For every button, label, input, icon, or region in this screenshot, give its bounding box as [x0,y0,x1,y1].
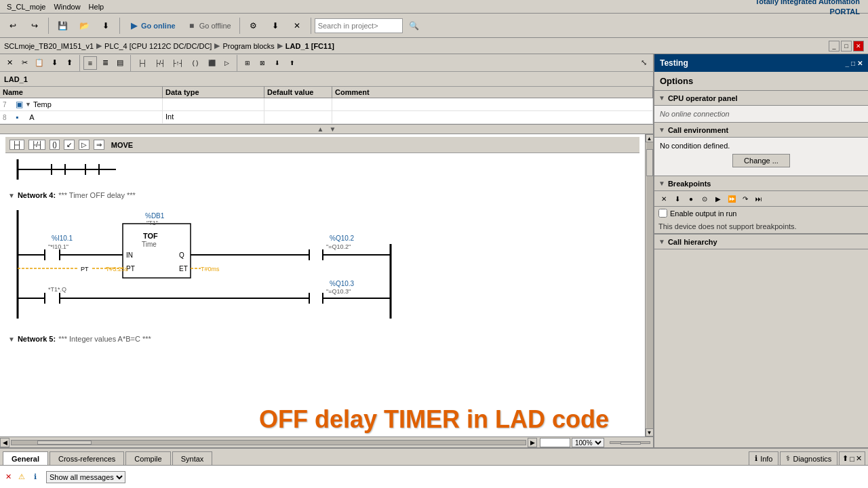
diagnostics-tab[interactable]: ⚕ Diagnostics [780,451,837,465]
tab-general[interactable]: General [3,451,48,465]
menu-window[interactable]: Window [50,1,84,12]
show-messages-select[interactable]: Show all messages [46,471,125,483]
lad-btn-more[interactable]: ⊞ [241,56,254,70]
lad-btn-7[interactable]: ≣ [98,56,112,70]
call-hierarchy-header[interactable]: ▼ Call hierarchy [654,235,868,249]
scroll-down-button[interactable]: ▼ [646,428,654,436]
lad-btn-coil[interactable]: ( ) [187,56,203,70]
menu-scl[interactable]: S_CL_moje [3,1,50,12]
col-datatype: Data type [163,87,264,98]
zoom-input[interactable]: 100% [540,438,570,447]
maximize-button[interactable]: □ [841,41,852,52]
lad-btn-more3[interactable]: ⬇ [271,56,284,70]
compile-button[interactable]: ⚙ [243,18,264,33]
menu-help[interactable]: Help [85,1,108,12]
bp-icon-7[interactable]: ↷ [740,193,751,204]
lad-btn-1[interactable]: ✕ [3,56,16,70]
lad-btn-open-branch[interactable]: ⬛ [205,56,218,70]
download-button[interactable]: ⬇ [96,18,116,33]
options-title: Options [654,72,868,91]
row7-type [163,98,264,110]
vertical-scrollbar[interactable]: ▲ ▼ [645,134,653,436]
open-button[interactable]: 📂 [74,18,94,33]
panel-minimize-icon[interactable]: _ [845,60,849,67]
bp-icon-6[interactable]: ⏩ [726,193,737,204]
lad-btn-5[interactable]: ⬆ [62,56,76,70]
bp-icon-4[interactable]: ⊙ [699,193,710,204]
bc-item-1[interactable]: SCLmoje_TB20_IM151_v1 [4,42,94,50]
tab-syntax[interactable]: Syntax [172,451,213,465]
lad-btn-more2[interactable]: ⊠ [256,56,269,70]
zoom-slider-thumb[interactable] [620,442,641,445]
bottom-panel-icon2[interactable]: □ [850,455,854,463]
bottom-panel-icon1[interactable]: ⬆ [842,454,848,463]
bp-icon-1[interactable]: ✕ [658,193,669,204]
svg-text:*T1*.Q: *T1*.Q [48,286,66,293]
lad-editor[interactable]: ├┤ ├/┤ () ↙ ▷ ⇒ MOVE [0,134,645,436]
row7-expand-icon[interactable]: ▼ [25,101,31,108]
search-input[interactable] [315,18,403,33]
enable-output-checkbox[interactable] [658,209,667,218]
contact-no-symbol: ├┤ [9,140,24,150]
lad-btn-8[interactable]: ▤ [113,56,127,70]
bc-item-4[interactable]: LAD_1 [FC11] [285,42,334,50]
search-button[interactable]: 🔍 [404,18,425,33]
svg-text:"=Q10.2": "=Q10.2" [326,243,351,250]
go-offline-button[interactable]: ■ Go offline [182,18,236,33]
redo-button[interactable]: ↪ [24,18,45,33]
scroll-up-arrow[interactable]: ▲ [317,125,324,133]
panel-maximize-icon[interactable]: □ [851,60,855,67]
move-symbol: ⇒ [94,140,104,150]
go-offline-label: Go offline [199,22,231,30]
row7-name-cell[interactable]: 7 ▣ ▼ Temp [0,98,163,110]
lad-btn-6[interactable]: ≡ [83,56,97,70]
net4-collapse-arrow[interactable]: ▼ [8,192,15,199]
undo-button[interactable]: ↩ [3,18,23,33]
editor-content-wrapper: ├┤ ├/┤ () ↙ ▷ ⇒ MOVE [0,134,653,436]
change-button[interactable]: Change ... [732,154,790,167]
row8-name-cell[interactable]: 8 ▪ A [0,111,163,123]
lad-btn-contact-nc[interactable]: ├/┤ [152,56,168,70]
scroll-down-arrow[interactable]: ▼ [330,125,336,133]
lad-btn-contact[interactable]: ├┤ [134,56,151,70]
lad-btn-3[interactable]: 📋 [33,56,46,70]
go-online-button[interactable]: ▶ Go online [123,18,180,33]
bc-item-2[interactable]: PLC_4 [CPU 1212C DC/DC/DC] [104,42,212,50]
scroll-thumb[interactable] [646,149,653,176]
cpu-panel-header[interactable]: ▼ CPU operator panel [654,91,868,106]
download2-button[interactable]: ⬇ [265,18,285,33]
hscroll-left-button[interactable]: ◀ [0,438,9,447]
lad-btn-more4[interactable]: ⬆ [285,56,299,70]
app-title: Totally Integrated Automation [755,0,860,5]
bp-icon-5[interactable]: ▶ [713,193,724,204]
tab-compile[interactable]: Compile [125,451,170,465]
hscroll-track [11,440,526,445]
hscroll-thumb[interactable] [37,441,92,445]
hscroll-right-button[interactable]: ▶ [528,438,537,447]
row8-icon: ▪ [16,113,18,122]
lad-btn-close-branch[interactable]: ▷ [220,56,233,70]
lad-btn-4[interactable]: ⬇ [47,56,61,70]
stop-button[interactable]: ✕ [287,18,307,33]
panel-close-icon[interactable]: ✕ [857,60,863,67]
bp-icon-3[interactable]: ● [686,193,696,204]
bc-item-3[interactable]: Program blocks [222,42,274,50]
bp-icon-8[interactable]: ⏭ [753,193,764,204]
call-env-header[interactable]: ▼ Call environment [654,123,868,138]
tab-cross-refs[interactable]: Cross-references [50,451,124,465]
bp-icon-2[interactable]: ⬇ [672,193,683,204]
bottom-panel-close[interactable]: ✕ [856,454,862,463]
scroll-up-button[interactable]: ▲ [646,134,654,142]
lad-btn-contact-pos[interactable]: ├↑┤ [170,56,186,70]
lad-btn-2[interactable]: ✂ [18,56,31,70]
bc-sep-3: ▶ [277,41,283,50]
close-button[interactable]: ✕ [853,41,864,52]
zoom-select[interactable]: 100% 75% 150% [572,438,604,447]
net5-collapse-arrow[interactable]: ▼ [8,336,15,343]
save-button[interactable]: 💾 [52,18,73,33]
minimize-button[interactable]: _ [829,41,840,52]
block-title: LAD_1 [0,72,653,87]
lad-expand-button[interactable]: ⤡ [637,56,650,70]
breakpoints-header[interactable]: ▼ Breakpoints [654,176,868,191]
info-tab[interactable]: ℹ Info [749,451,778,465]
